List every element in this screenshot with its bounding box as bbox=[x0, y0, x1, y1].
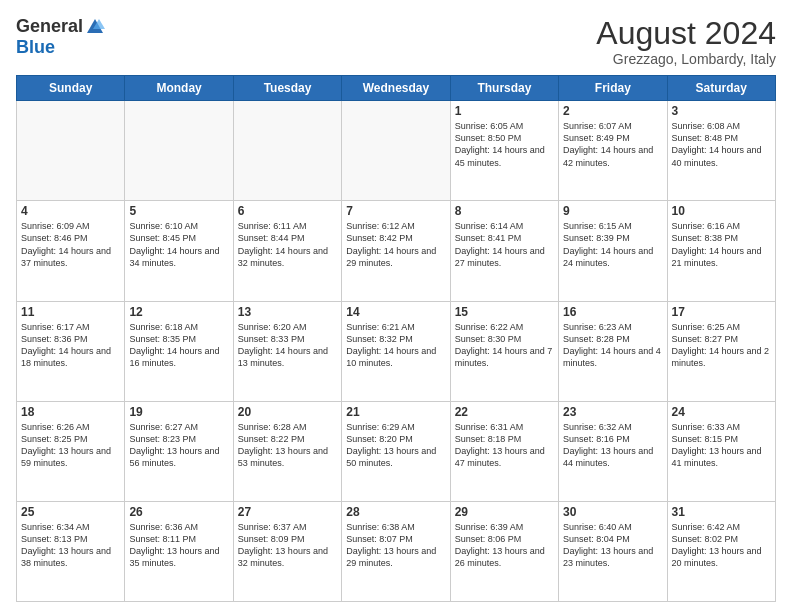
day-number: 31 bbox=[672, 505, 771, 519]
day-info: Sunrise: 6:29 AM Sunset: 8:20 PM Dayligh… bbox=[346, 421, 445, 470]
header-wednesday: Wednesday bbox=[342, 76, 450, 101]
table-row: 7Sunrise: 6:12 AM Sunset: 8:42 PM Daylig… bbox=[342, 201, 450, 301]
day-info: Sunrise: 6:11 AM Sunset: 8:44 PM Dayligh… bbox=[238, 220, 337, 269]
day-info: Sunrise: 6:20 AM Sunset: 8:33 PM Dayligh… bbox=[238, 321, 337, 370]
table-row: 10Sunrise: 6:16 AM Sunset: 8:38 PM Dayli… bbox=[667, 201, 775, 301]
day-number: 30 bbox=[563, 505, 662, 519]
day-info: Sunrise: 6:33 AM Sunset: 8:15 PM Dayligh… bbox=[672, 421, 771, 470]
table-row: 5Sunrise: 6:10 AM Sunset: 8:45 PM Daylig… bbox=[125, 201, 233, 301]
day-info: Sunrise: 6:16 AM Sunset: 8:38 PM Dayligh… bbox=[672, 220, 771, 269]
day-info: Sunrise: 6:23 AM Sunset: 8:28 PM Dayligh… bbox=[563, 321, 662, 370]
day-number: 22 bbox=[455, 405, 554, 419]
table-row: 28Sunrise: 6:38 AM Sunset: 8:07 PM Dayli… bbox=[342, 501, 450, 601]
day-info: Sunrise: 6:39 AM Sunset: 8:06 PM Dayligh… bbox=[455, 521, 554, 570]
day-number: 10 bbox=[672, 204, 771, 218]
day-number: 20 bbox=[238, 405, 337, 419]
day-info: Sunrise: 6:12 AM Sunset: 8:42 PM Dayligh… bbox=[346, 220, 445, 269]
day-number: 23 bbox=[563, 405, 662, 419]
day-number: 15 bbox=[455, 305, 554, 319]
week-row-2: 11Sunrise: 6:17 AM Sunset: 8:36 PM Dayli… bbox=[17, 301, 776, 401]
day-number: 13 bbox=[238, 305, 337, 319]
header-thursday: Thursday bbox=[450, 76, 558, 101]
header-row: Sunday Monday Tuesday Wednesday Thursday… bbox=[17, 76, 776, 101]
table-row: 3Sunrise: 6:08 AM Sunset: 8:48 PM Daylig… bbox=[667, 101, 775, 201]
table-row: 16Sunrise: 6:23 AM Sunset: 8:28 PM Dayli… bbox=[559, 301, 667, 401]
day-info: Sunrise: 6:34 AM Sunset: 8:13 PM Dayligh… bbox=[21, 521, 120, 570]
table-row: 12Sunrise: 6:18 AM Sunset: 8:35 PM Dayli… bbox=[125, 301, 233, 401]
day-number: 1 bbox=[455, 104, 554, 118]
day-number: 4 bbox=[21, 204, 120, 218]
logo-general-text: General bbox=[16, 16, 83, 37]
table-row: 21Sunrise: 6:29 AM Sunset: 8:20 PM Dayli… bbox=[342, 401, 450, 501]
day-info: Sunrise: 6:08 AM Sunset: 8:48 PM Dayligh… bbox=[672, 120, 771, 169]
day-number: 18 bbox=[21, 405, 120, 419]
day-number: 2 bbox=[563, 104, 662, 118]
table-row: 31Sunrise: 6:42 AM Sunset: 8:02 PM Dayli… bbox=[667, 501, 775, 601]
logo-icon bbox=[85, 17, 105, 37]
week-row-1: 4Sunrise: 6:09 AM Sunset: 8:46 PM Daylig… bbox=[17, 201, 776, 301]
table-row bbox=[342, 101, 450, 201]
day-info: Sunrise: 6:27 AM Sunset: 8:23 PM Dayligh… bbox=[129, 421, 228, 470]
day-number: 9 bbox=[563, 204, 662, 218]
table-row: 22Sunrise: 6:31 AM Sunset: 8:18 PM Dayli… bbox=[450, 401, 558, 501]
title-section: August 2024 Grezzago, Lombardy, Italy bbox=[596, 16, 776, 67]
table-row: 26Sunrise: 6:36 AM Sunset: 8:11 PM Dayli… bbox=[125, 501, 233, 601]
week-row-3: 18Sunrise: 6:26 AM Sunset: 8:25 PM Dayli… bbox=[17, 401, 776, 501]
day-number: 25 bbox=[21, 505, 120, 519]
day-number: 8 bbox=[455, 204, 554, 218]
day-number: 5 bbox=[129, 204, 228, 218]
calendar: Sunday Monday Tuesday Wednesday Thursday… bbox=[16, 75, 776, 602]
table-row: 14Sunrise: 6:21 AM Sunset: 8:32 PM Dayli… bbox=[342, 301, 450, 401]
day-info: Sunrise: 6:37 AM Sunset: 8:09 PM Dayligh… bbox=[238, 521, 337, 570]
page: General Blue August 2024 Grezzago, Lomba… bbox=[0, 0, 792, 612]
day-number: 19 bbox=[129, 405, 228, 419]
table-row: 11Sunrise: 6:17 AM Sunset: 8:36 PM Dayli… bbox=[17, 301, 125, 401]
table-row: 20Sunrise: 6:28 AM Sunset: 8:22 PM Dayli… bbox=[233, 401, 341, 501]
table-row: 30Sunrise: 6:40 AM Sunset: 8:04 PM Dayli… bbox=[559, 501, 667, 601]
day-number: 28 bbox=[346, 505, 445, 519]
location: Grezzago, Lombardy, Italy bbox=[596, 51, 776, 67]
day-info: Sunrise: 6:22 AM Sunset: 8:30 PM Dayligh… bbox=[455, 321, 554, 370]
logo: General Blue bbox=[16, 16, 105, 58]
day-info: Sunrise: 6:36 AM Sunset: 8:11 PM Dayligh… bbox=[129, 521, 228, 570]
day-info: Sunrise: 6:32 AM Sunset: 8:16 PM Dayligh… bbox=[563, 421, 662, 470]
day-info: Sunrise: 6:42 AM Sunset: 8:02 PM Dayligh… bbox=[672, 521, 771, 570]
day-number: 16 bbox=[563, 305, 662, 319]
week-row-0: 1Sunrise: 6:05 AM Sunset: 8:50 PM Daylig… bbox=[17, 101, 776, 201]
table-row: 2Sunrise: 6:07 AM Sunset: 8:49 PM Daylig… bbox=[559, 101, 667, 201]
day-number: 12 bbox=[129, 305, 228, 319]
table-row: 27Sunrise: 6:37 AM Sunset: 8:09 PM Dayli… bbox=[233, 501, 341, 601]
day-number: 21 bbox=[346, 405, 445, 419]
header-sunday: Sunday bbox=[17, 76, 125, 101]
table-row: 9Sunrise: 6:15 AM Sunset: 8:39 PM Daylig… bbox=[559, 201, 667, 301]
table-row: 13Sunrise: 6:20 AM Sunset: 8:33 PM Dayli… bbox=[233, 301, 341, 401]
header-friday: Friday bbox=[559, 76, 667, 101]
day-info: Sunrise: 6:28 AM Sunset: 8:22 PM Dayligh… bbox=[238, 421, 337, 470]
month-title: August 2024 bbox=[596, 16, 776, 51]
day-info: Sunrise: 6:05 AM Sunset: 8:50 PM Dayligh… bbox=[455, 120, 554, 169]
day-number: 17 bbox=[672, 305, 771, 319]
table-row: 15Sunrise: 6:22 AM Sunset: 8:30 PM Dayli… bbox=[450, 301, 558, 401]
table-row: 19Sunrise: 6:27 AM Sunset: 8:23 PM Dayli… bbox=[125, 401, 233, 501]
day-number: 3 bbox=[672, 104, 771, 118]
header: General Blue August 2024 Grezzago, Lomba… bbox=[16, 16, 776, 67]
header-monday: Monday bbox=[125, 76, 233, 101]
day-info: Sunrise: 6:38 AM Sunset: 8:07 PM Dayligh… bbox=[346, 521, 445, 570]
day-info: Sunrise: 6:18 AM Sunset: 8:35 PM Dayligh… bbox=[129, 321, 228, 370]
table-row: 6Sunrise: 6:11 AM Sunset: 8:44 PM Daylig… bbox=[233, 201, 341, 301]
day-info: Sunrise: 6:26 AM Sunset: 8:25 PM Dayligh… bbox=[21, 421, 120, 470]
day-info: Sunrise: 6:10 AM Sunset: 8:45 PM Dayligh… bbox=[129, 220, 228, 269]
day-info: Sunrise: 6:25 AM Sunset: 8:27 PM Dayligh… bbox=[672, 321, 771, 370]
day-info: Sunrise: 6:31 AM Sunset: 8:18 PM Dayligh… bbox=[455, 421, 554, 470]
day-info: Sunrise: 6:17 AM Sunset: 8:36 PM Dayligh… bbox=[21, 321, 120, 370]
table-row: 17Sunrise: 6:25 AM Sunset: 8:27 PM Dayli… bbox=[667, 301, 775, 401]
day-number: 6 bbox=[238, 204, 337, 218]
day-number: 29 bbox=[455, 505, 554, 519]
day-number: 11 bbox=[21, 305, 120, 319]
table-row: 18Sunrise: 6:26 AM Sunset: 8:25 PM Dayli… bbox=[17, 401, 125, 501]
day-info: Sunrise: 6:09 AM Sunset: 8:46 PM Dayligh… bbox=[21, 220, 120, 269]
table-row: 8Sunrise: 6:14 AM Sunset: 8:41 PM Daylig… bbox=[450, 201, 558, 301]
week-row-4: 25Sunrise: 6:34 AM Sunset: 8:13 PM Dayli… bbox=[17, 501, 776, 601]
table-row bbox=[17, 101, 125, 201]
logo-blue-text: Blue bbox=[16, 37, 55, 57]
